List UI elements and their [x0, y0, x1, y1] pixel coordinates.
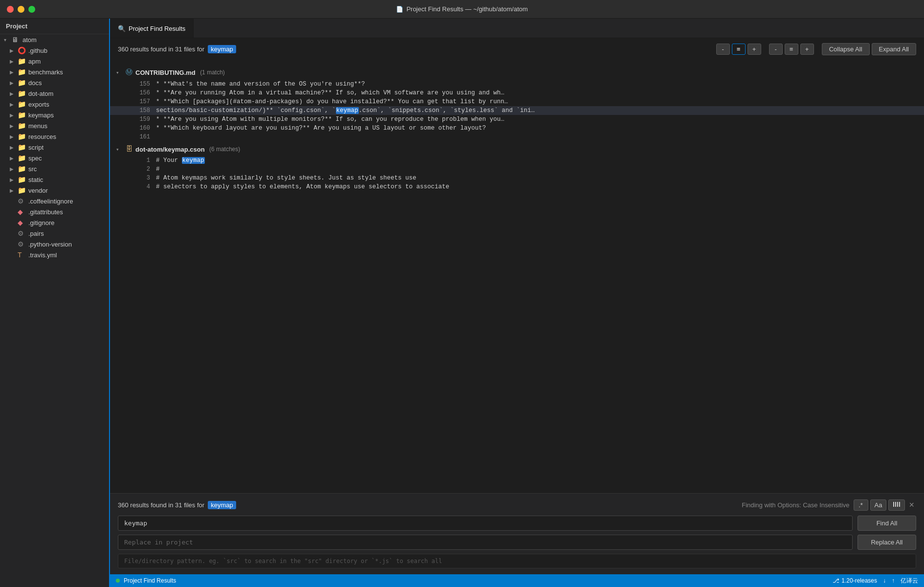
up-arrow-icon: ↑: [892, 577, 895, 584]
line-content: sections/basic-customization/)** `config…: [156, 107, 535, 114]
sidebar-item-exports[interactable]: ▶ 📁 exports: [0, 99, 109, 110]
sidebar-item-script[interactable]: ▶ 📁 script: [0, 142, 109, 153]
gear-icon: ⚙: [18, 240, 26, 248]
plus-button-2[interactable]: +: [800, 44, 814, 55]
maximize-button[interactable]: [28, 6, 35, 13]
folder-icon: 📁: [18, 143, 26, 151]
arrow-icon: ▶: [10, 156, 18, 161]
replace-input[interactable]: [118, 535, 853, 550]
minus-button-1[interactable]: -: [716, 44, 730, 55]
result-line[interactable]: 160 * **Which keyboard layout are you us…: [110, 124, 924, 133]
svg-rect-1: [895, 502, 896, 507]
spacer: [10, 252, 18, 258]
sidebar-item-dot-atom[interactable]: ▶ 📁 dot-atom: [0, 88, 109, 99]
arrow-icon: ▶: [10, 69, 18, 75]
tab-project-find-results[interactable]: 🔍 Project Find Results: [110, 19, 194, 38]
minus-button-2[interactable]: -: [769, 44, 783, 55]
sidebar-item-menus[interactable]: ▶ 📁 menus: [0, 120, 109, 131]
results-panel[interactable]: ▾ Ⓜ CONTRIBUTING.md (1 match) 155 * **Wh…: [110, 60, 924, 493]
sidebar-item-benchmarks[interactable]: ▶ 📁 benchmarks: [0, 67, 109, 77]
expand-all-button[interactable]: Expand All: [872, 43, 916, 55]
plus-button-1[interactable]: +: [748, 44, 761, 55]
result-line[interactable]: 157 * **Which [packages](#atom-and-packa…: [110, 97, 924, 106]
sidebar-item-docs[interactable]: ▶ 📁 docs: [0, 77, 109, 88]
search-icon: 🔍: [118, 25, 126, 32]
sidebar-item-apm[interactable]: ▶ 📁 apm: [0, 56, 109, 67]
find-all-button[interactable]: Find All: [858, 516, 916, 531]
replace-row: Replace All: [118, 535, 916, 550]
arrow-icon: ▶: [10, 134, 18, 139]
sidebar-item-coffeelintignore[interactable]: ⚙ .coffeelintignore: [0, 196, 109, 206]
gear-icon: ⚙: [18, 229, 26, 237]
sidebar-item-travis[interactable]: T .travis.yml: [0, 249, 109, 260]
lines-button-2[interactable]: ≡: [785, 44, 798, 55]
folder-icon: 📁: [18, 68, 26, 76]
line-number: 157: [131, 98, 150, 105]
github-icon: ⭕: [18, 46, 26, 54]
status-left: Project Find Results: [116, 577, 176, 584]
result-line[interactable]: 155 * **What's the name and version of t…: [110, 80, 924, 89]
tab-bar: 🔍 Project Find Results: [110, 19, 924, 38]
arrow-icon: ▶: [10, 102, 18, 107]
sidebar-item-gitattributes[interactable]: ◆ .gitattributes: [0, 206, 109, 217]
close-button[interactable]: [7, 6, 14, 13]
sidebar-item-atom[interactable]: ▾ 🖥 atom: [0, 34, 109, 45]
git-icon: ◆: [18, 208, 26, 216]
sidebar-item-label: keymaps: [28, 112, 54, 119]
sidebar-item-src[interactable]: ▶ 📁 src: [0, 163, 109, 174]
line-content: # Atom keymaps work similarly to style s…: [156, 175, 417, 181]
sidebar-item-static[interactable]: ▶ 📁 static: [0, 174, 109, 185]
search-results-text: 360 results found in 31 files for: [118, 501, 204, 509]
result-line[interactable]: 156 * **Are you running Atom in a virtua…: [110, 89, 924, 97]
case-sensitive-button[interactable]: Aa: [870, 499, 887, 511]
sidebar-content[interactable]: ▾ 🖥 atom ▶ ⭕ .github ▶ 📁 apm ▶ 📁 benchma…: [0, 34, 109, 587]
sidebar-item-python-version[interactable]: ⚙ .python-version: [0, 239, 109, 249]
sidebar-item-pairs[interactable]: ⚙ .pairs: [0, 228, 109, 239]
sidebar-item-spec[interactable]: ▶ 📁 spec: [0, 153, 109, 163]
line-content: # selectors to apply styles to elements,…: [156, 183, 449, 190]
sidebar-item-label: apm: [28, 58, 41, 65]
result-line[interactable]: 161: [110, 133, 924, 141]
results-count: 360 results found in 31 files for keymap: [118, 45, 712, 53]
search-results-info: 360 results found in 31 files for keymap…: [118, 499, 916, 511]
arrow-icon: ▶: [10, 113, 18, 118]
result-line-highlighted[interactable]: 158 sections/basic-customization/)** `co…: [110, 106, 924, 115]
arrow-icon: ▶: [10, 80, 18, 86]
line-number: 156: [131, 90, 150, 96]
sidebar-item-gitignore[interactable]: ◆ .gitignore: [0, 217, 109, 228]
regex-button[interactable]: .*: [854, 499, 868, 511]
result-line[interactable]: 4 # selectors to apply styles to element…: [110, 182, 924, 191]
result-line[interactable]: 2 #: [110, 165, 924, 174]
sidebar-item-vendor[interactable]: ▶ 📁 vendor: [0, 185, 109, 196]
sidebar-item-label: .python-version: [28, 241, 72, 248]
line-number: 2: [131, 166, 150, 173]
sidebar-item-keymaps[interactable]: ▶ 📁 keymaps: [0, 110, 109, 120]
sidebar-item-label: menus: [28, 122, 47, 130]
result-line[interactable]: 1 # Your keymap: [110, 156, 924, 165]
search-input[interactable]: [118, 516, 853, 531]
title-text: Project Find Results — ~/github/atom/ato…: [406, 5, 528, 13]
file-icon: 📄: [396, 6, 403, 13]
file-header-dot-atom-keymap[interactable]: ▾ 🗄 dot-atom/keymap.cson (6 matches): [110, 142, 924, 156]
spacer: [10, 199, 18, 204]
sidebar-item-resources[interactable]: ▶ 📁 resources: [0, 131, 109, 142]
arrow-icon: ▶: [10, 48, 18, 53]
replace-all-button[interactable]: Replace All: [858, 535, 916, 550]
result-line[interactable]: 3 # Atom keymaps work similarly to style…: [110, 174, 924, 182]
git-branch[interactable]: ⎇ 1.20-releases: [833, 577, 877, 584]
status-right: ⎇ 1.20-releases ↓ ↑ 亿译云: [833, 577, 918, 585]
lines-button-1[interactable]: ≡: [732, 44, 746, 55]
result-line[interactable]: 159 * **Are you using Atom with multiple…: [110, 115, 924, 124]
sidebar-item-github[interactable]: ▶ ⭕ .github: [0, 45, 109, 56]
close-search-button[interactable]: ×: [907, 500, 916, 510]
folder-icon: 📁: [18, 154, 26, 162]
arrow-icon: ▶: [10, 91, 18, 96]
collapse-all-button[interactable]: Collapse All: [822, 43, 870, 55]
file-pattern-input[interactable]: [118, 554, 916, 568]
folder-icon: 📁: [18, 111, 26, 119]
file-header-contributing[interactable]: ▾ Ⓜ CONTRIBUTING.md (1 match): [110, 65, 924, 80]
whole-word-button[interactable]: [888, 499, 905, 511]
minimize-button[interactable]: [18, 6, 24, 13]
window-title: 📄 Project Find Results — ~/github/atom/a…: [396, 5, 528, 13]
file-group-dot-atom-keymap: ▾ 🗄 dot-atom/keymap.cson (6 matches) 1 #…: [110, 142, 924, 191]
